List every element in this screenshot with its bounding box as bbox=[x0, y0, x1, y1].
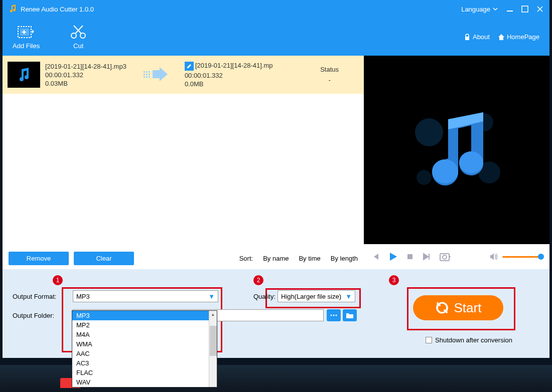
preview-video bbox=[364, 56, 549, 244]
file-row[interactable]: [2019-01-21][14-28-41].mp3 00:00:01.332 … bbox=[3, 56, 364, 94]
svg-rect-6 bbox=[465, 37, 469, 40]
chevron-down-icon bbox=[492, 6, 498, 12]
format-dropdown[interactable]: MP3 MP2 M4A WMA AAC AC3 FLAC WAV ▴ bbox=[72, 310, 217, 387]
format-option[interactable]: AAC bbox=[72, 349, 217, 358]
lock-icon bbox=[464, 34, 471, 41]
format-option[interactable]: WMA bbox=[72, 339, 217, 349]
badge-1: 1 bbox=[53, 275, 63, 285]
language-menu[interactable]: Language bbox=[461, 6, 498, 13]
svg-rect-22 bbox=[407, 254, 412, 259]
svg-rect-7 bbox=[144, 71, 145, 73]
minimize-icon[interactable] bbox=[506, 6, 513, 13]
camera-icon[interactable] bbox=[439, 252, 451, 262]
source-size: 0.03MB bbox=[45, 80, 126, 87]
format-option[interactable]: WAV bbox=[72, 377, 217, 387]
homepage-link[interactable]: HomePage bbox=[498, 33, 539, 41]
scrollbar[interactable]: ▴ bbox=[209, 311, 217, 387]
chevron-down-icon: ▼ bbox=[345, 293, 352, 300]
output-format-label: Output Format: bbox=[13, 293, 73, 300]
svg-rect-12 bbox=[146, 76, 148, 78]
svg-point-25 bbox=[331, 315, 332, 316]
svg-rect-10 bbox=[146, 71, 148, 73]
format-option[interactable]: MP2 bbox=[72, 320, 217, 330]
titlebar: Renee Audio Cutter 1.0.0 Language bbox=[3, 0, 549, 18]
svg-rect-11 bbox=[146, 74, 148, 75]
format-option[interactable]: M4A bbox=[72, 330, 217, 339]
stop-icon[interactable] bbox=[406, 253, 414, 261]
dest-size: 0.0MB bbox=[185, 80, 273, 88]
home-icon bbox=[498, 34, 505, 41]
volume-icon[interactable] bbox=[489, 252, 498, 261]
sort-by-time[interactable]: By time bbox=[299, 255, 320, 262]
output-folder-label: Output Folder: bbox=[13, 312, 73, 319]
toolbar: Add Files Cut About HomePage bbox=[3, 18, 549, 56]
svg-point-20 bbox=[459, 151, 483, 173]
quality-select[interactable]: High(Larger file size) ▼ bbox=[278, 290, 355, 302]
add-files-button[interactable]: Add Files bbox=[13, 25, 40, 50]
edit-icon[interactable] bbox=[185, 62, 194, 71]
shutdown-checkbox[interactable]: Shutdown after conversion bbox=[426, 336, 512, 344]
file-list: [2019-01-21][14-28-41].mp3 00:00:01.332 … bbox=[3, 56, 364, 269]
next-icon[interactable] bbox=[422, 252, 431, 261]
svg-point-24 bbox=[443, 255, 447, 259]
refresh-icon bbox=[435, 301, 449, 315]
svg-point-16 bbox=[415, 118, 443, 146]
svg-rect-0 bbox=[507, 11, 513, 12]
svg-rect-8 bbox=[144, 74, 145, 75]
volume-slider[interactable] bbox=[502, 256, 542, 258]
svg-point-4 bbox=[71, 33, 76, 38]
app-icon bbox=[9, 4, 18, 15]
svg-rect-13 bbox=[149, 71, 150, 73]
clear-button[interactable]: Clear bbox=[74, 252, 134, 265]
close-icon[interactable] bbox=[536, 6, 543, 13]
format-option[interactable]: FLAC bbox=[72, 368, 217, 377]
badge-2: 2 bbox=[253, 275, 263, 285]
status-header: Status bbox=[320, 66, 339, 73]
svg-rect-9 bbox=[144, 76, 145, 78]
about-link[interactable]: About bbox=[464, 33, 490, 41]
format-option[interactable]: MP3 bbox=[72, 311, 217, 320]
svg-rect-1 bbox=[522, 6, 528, 12]
quality-label: Quality: bbox=[253, 293, 275, 300]
cut-button[interactable]: Cut bbox=[70, 25, 87, 50]
prev-icon[interactable] bbox=[371, 252, 380, 261]
maximize-icon[interactable] bbox=[521, 6, 528, 13]
play-icon[interactable] bbox=[388, 252, 398, 262]
start-button[interactable]: Start bbox=[413, 295, 503, 320]
arrow-icon bbox=[142, 67, 170, 83]
sort-by-name[interactable]: By name bbox=[263, 255, 289, 262]
svg-rect-15 bbox=[149, 76, 150, 78]
remove-button[interactable]: Remove bbox=[9, 252, 69, 265]
svg-point-21 bbox=[432, 159, 458, 183]
svg-point-26 bbox=[333, 315, 335, 316]
svg-point-27 bbox=[336, 315, 337, 316]
dest-filename: [2019-01-21][14-28-41].mp bbox=[185, 62, 273, 71]
sort-label: Sort: bbox=[239, 255, 253, 262]
dest-duration: 00:00:01.332 bbox=[185, 72, 273, 79]
svg-point-5 bbox=[80, 33, 85, 38]
svg-point-19 bbox=[417, 170, 432, 185]
player-controls bbox=[364, 244, 549, 269]
source-duration: 00:00:01.332 bbox=[45, 71, 126, 79]
browse-folder-button[interactable] bbox=[343, 309, 357, 321]
output-format-select[interactable]: MP3 ▼ bbox=[73, 290, 218, 302]
svg-rect-14 bbox=[149, 74, 150, 75]
app-title: Renee Audio Cutter 1.0.0 bbox=[21, 6, 94, 13]
format-option[interactable]: AC3 bbox=[72, 358, 217, 368]
file-thumbnail bbox=[8, 62, 40, 88]
checkbox-icon bbox=[426, 337, 432, 343]
sort-by-length[interactable]: By length bbox=[331, 255, 358, 262]
status-value: - bbox=[320, 76, 339, 84]
badge-3: 3 bbox=[389, 275, 399, 285]
preview-panel bbox=[364, 56, 549, 269]
more-button[interactable] bbox=[327, 309, 341, 321]
source-filename: [2019-01-21][14-28-41].mp3 bbox=[45, 63, 126, 70]
chevron-down-icon: ▼ bbox=[208, 293, 215, 300]
